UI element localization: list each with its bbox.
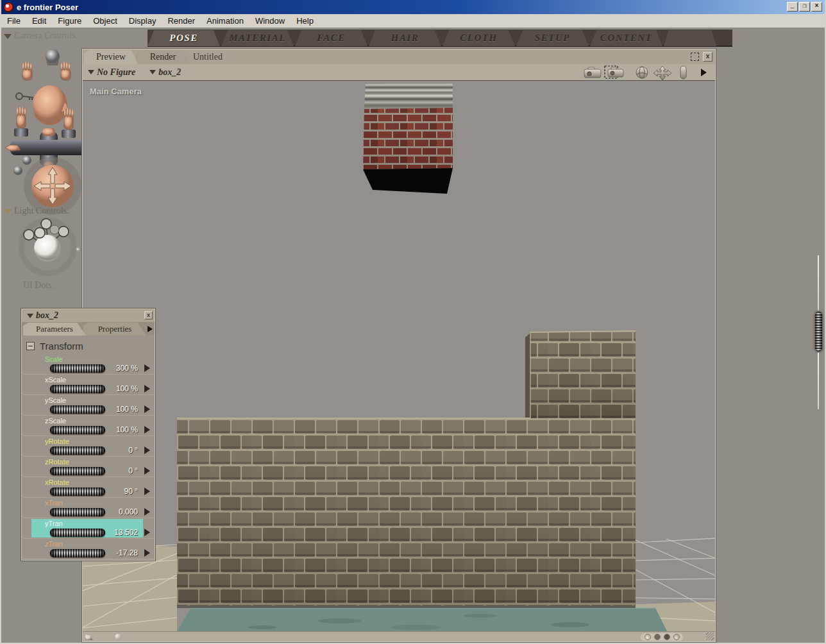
light-indicator-dot[interactable] <box>41 219 51 229</box>
menu-item-window[interactable]: Window <box>249 16 291 26</box>
param-menu-arrow[interactable] <box>144 487 150 495</box>
menu-item-object[interactable]: Object <box>87 16 123 26</box>
room-tab-material[interactable]: MATERIAL <box>221 30 294 46</box>
style-dot[interactable] <box>654 634 661 640</box>
parameters-header[interactable]: box_2 x <box>22 309 155 322</box>
head-camera-control[interactable] <box>46 49 60 65</box>
param-value[interactable]: -17.28 <box>116 548 138 557</box>
menu-item-file[interactable]: File <box>1 16 26 26</box>
param-value[interactable]: 100 % <box>116 384 138 393</box>
brick-tower[interactable] <box>525 331 636 418</box>
param-menu-arrow[interactable] <box>144 508 150 516</box>
light-indicator-dot[interactable] <box>58 226 69 237</box>
menu-item-animation[interactable]: Animation <box>201 16 249 26</box>
room-tab-face[interactable]: FACE <box>295 30 367 46</box>
detach-icon[interactable] <box>691 53 699 61</box>
menu-item-figure[interactable]: Figure <box>52 16 87 26</box>
room-tab-hair[interactable]: HAIR <box>369 30 441 46</box>
collapse-minus-icon[interactable] <box>26 342 35 350</box>
floating-box[interactable] <box>363 83 453 194</box>
key-icon[interactable] <box>16 93 33 100</box>
param-value[interactable]: 90 ° <box>124 487 138 496</box>
viewport[interactable]: Main Camera <box>83 81 715 632</box>
parameters-close-button[interactable]: x <box>144 311 153 319</box>
param-menu-arrow[interactable] <box>144 426 150 434</box>
light-controls-widget[interactable] <box>21 219 74 273</box>
sparkle-icon: ✳ <box>75 246 80 253</box>
pose-dots-icon[interactable] <box>85 634 93 640</box>
param-value[interactable]: 100 % <box>116 425 138 434</box>
param-menu-arrow[interactable] <box>144 549 150 557</box>
param-dial[interactable] <box>50 467 105 475</box>
light-indicator-dot[interactable] <box>24 230 34 240</box>
param-dial[interactable] <box>50 529 105 537</box>
close-button[interactable]: × <box>811 2 822 12</box>
style-dot[interactable] <box>645 634 651 640</box>
brick-wall[interactable] <box>177 418 636 606</box>
tab-parameters[interactable]: Parameters <box>23 323 86 335</box>
param-dial[interactable] <box>50 364 105 373</box>
figure-dropdown[interactable]: No Figure <box>88 67 135 78</box>
room-tab-content[interactable]: CONTENT <box>590 30 662 46</box>
face-camera-control[interactable] <box>33 85 67 125</box>
param-value[interactable]: 13.502 <box>114 528 138 537</box>
camera-icon[interactable] <box>584 67 601 78</box>
style-dot[interactable] <box>664 634 670 640</box>
param-dial[interactable] <box>50 487 105 496</box>
move-icon[interactable] <box>653 66 671 80</box>
param-value[interactable]: 0 ° <box>128 466 138 475</box>
param-dial[interactable] <box>50 549 105 557</box>
left-hand-camera-control[interactable] <box>22 62 32 80</box>
param-dial[interactable] <box>50 405 105 414</box>
param-value[interactable]: 300 % <box>116 364 138 373</box>
menu-item-edit[interactable]: Edit <box>26 16 52 26</box>
palette-expand-arrow[interactable] <box>148 326 153 332</box>
param-value[interactable]: 0 ° <box>128 446 138 455</box>
left-hand-post-control[interactable] <box>14 106 28 137</box>
minimize-button[interactable]: _ <box>787 2 798 12</box>
param-dial[interactable] <box>50 385 105 393</box>
param-menu-arrow[interactable] <box>144 529 150 536</box>
restore-button[interactable]: ❐ <box>799 2 810 12</box>
param-menu-arrow[interactable] <box>144 405 150 413</box>
param-value[interactable]: 0.000 <box>119 507 138 516</box>
camera-name-label[interactable]: Main Camera <box>90 87 142 96</box>
tab-render[interactable]: Render <box>136 50 190 64</box>
param-dial[interactable] <box>50 446 105 455</box>
menu-item-render[interactable]: Render <box>162 16 201 26</box>
room-tab-setup[interactable]: SETUP <box>516 30 589 46</box>
ui-dots-header[interactable]: UI Dots. <box>23 280 54 291</box>
thumbwheel[interactable] <box>815 312 822 352</box>
actor-dropdown[interactable]: box_2 <box>149 67 181 78</box>
camera-controls-header[interactable]: Camera Controls. <box>4 31 78 41</box>
menu-item-display[interactable]: Display <box>123 16 162 26</box>
right-hand-camera-control[interactable] <box>61 62 71 80</box>
camera-dolly-ball[interactable] <box>13 166 22 175</box>
depth-ball-icon[interactable] <box>115 634 121 640</box>
menu-item-help[interactable]: Help <box>291 16 319 26</box>
param-dial[interactable] <box>50 508 105 516</box>
param-label: yScale <box>45 396 66 404</box>
light-indicator-dot[interactable] <box>50 225 59 234</box>
param-dial[interactable] <box>50 426 105 434</box>
param-menu-arrow[interactable] <box>144 385 150 393</box>
param-menu-arrow[interactable] <box>144 446 150 454</box>
tab-preview[interactable]: Preview <box>84 50 138 64</box>
trackball-icon[interactable] <box>636 67 648 78</box>
param-value[interactable]: 100 % <box>116 405 138 414</box>
light-indicator-dot[interactable] <box>35 228 45 238</box>
tab-properties[interactable]: Properties <box>83 323 146 335</box>
style-dot[interactable] <box>673 634 680 640</box>
room-tab-pose[interactable]: POSE <box>148 30 220 46</box>
light-controls-header[interactable]: Light Controls. <box>4 206 69 216</box>
camera-dolly-ball[interactable] <box>22 156 31 165</box>
finger-icon[interactable] <box>680 66 686 79</box>
camera-select-icon[interactable] <box>605 66 623 78</box>
document-close-button[interactable]: x <box>703 52 712 62</box>
window-scale-thumbwheel[interactable] <box>814 255 823 409</box>
room-tab-cloth[interactable]: CLOTH <box>442 30 515 46</box>
resize-grip[interactable] <box>706 632 714 640</box>
param-menu-arrow[interactable] <box>144 364 150 372</box>
param-menu-arrow[interactable] <box>144 467 150 475</box>
toolbar-expand-arrow[interactable] <box>701 69 707 76</box>
